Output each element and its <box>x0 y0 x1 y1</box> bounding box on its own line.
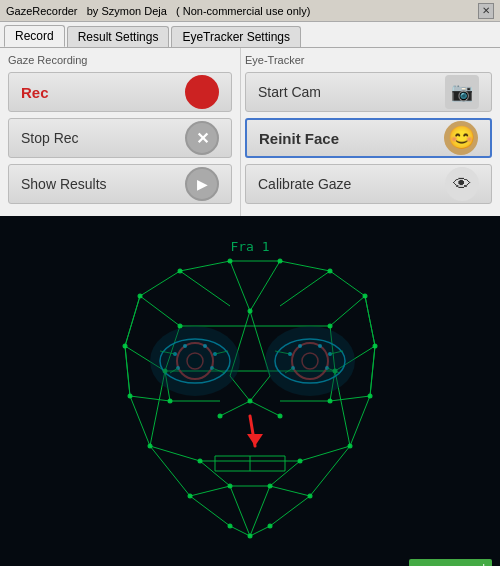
svg-point-85 <box>308 494 313 499</box>
svg-point-105 <box>218 414 223 419</box>
svg-point-78 <box>228 259 233 264</box>
svg-point-76 <box>138 294 143 299</box>
app-author: by Szymon Deja <box>87 5 167 17</box>
svg-point-104 <box>328 324 333 329</box>
camera-feed: Fra 1 <box>0 216 500 566</box>
svg-text:Fra 1: Fra 1 <box>230 239 269 254</box>
svg-point-80 <box>328 269 333 274</box>
svg-point-98 <box>248 399 253 404</box>
calibrate-gaze-label: Calibrate Gaze <box>258 176 351 192</box>
gaze-recording-section: Gaze Recording Rec Stop Rec ✕ Show Resul… <box>0 48 240 216</box>
calibrate-gaze-button[interactable]: Calibrate Gaze 👁 <box>245 164 492 204</box>
svg-point-93 <box>248 309 253 314</box>
eye-icon: 👁 <box>445 167 479 201</box>
svg-point-91 <box>128 394 133 399</box>
svg-point-82 <box>373 344 378 349</box>
svg-point-102 <box>268 484 273 489</box>
rec-label: Rec <box>21 84 49 101</box>
rec-icon <box>185 75 219 109</box>
tab-result-settings[interactable]: Result Settings <box>67 26 170 47</box>
svg-point-99 <box>198 459 203 464</box>
tab-eyetracker-settings[interactable]: EyeTracker Settings <box>171 26 301 47</box>
rec-row: Rec <box>8 72 232 112</box>
rec-button[interactable]: Rec <box>8 72 232 112</box>
svg-point-81 <box>363 294 368 299</box>
reinit-face-label: Reinit Face <box>259 130 339 147</box>
svg-point-84 <box>348 444 353 449</box>
svg-point-87 <box>248 534 253 539</box>
svg-point-83 <box>368 394 373 399</box>
start-cam-row: Start Cam 📷 <box>245 72 492 112</box>
app-license: ( Non-commercial use only) <box>176 5 310 17</box>
svg-point-89 <box>188 494 193 499</box>
watermark: programosy.pl <box>409 559 492 566</box>
show-results-label: Show Results <box>21 176 107 192</box>
title-bar-text: GazeRecorder by Szymon Deja ( Non-commer… <box>6 5 310 17</box>
tab-record[interactable]: Record <box>4 25 65 47</box>
face-icon: 😊 <box>444 121 478 155</box>
start-cam-button[interactable]: Start Cam 📷 <box>245 72 492 112</box>
svg-point-86 <box>268 524 273 529</box>
svg-point-100 <box>298 459 303 464</box>
calibrate-gaze-row: Calibrate Gaze 👁 <box>245 164 492 204</box>
eye-tracker-section: Eye-Tracker Start Cam 📷 Reinit Face 😊 Ca… <box>240 48 500 216</box>
svg-point-90 <box>148 444 153 449</box>
reinit-face-row: Reinit Face 😊 <box>245 118 492 158</box>
svg-point-96 <box>168 399 173 404</box>
svg-point-92 <box>123 344 128 349</box>
svg-point-108 <box>265 326 355 396</box>
svg-point-106 <box>278 414 283 419</box>
svg-point-97 <box>328 399 333 404</box>
eye-tracker-title: Eye-Tracker <box>245 54 492 66</box>
svg-rect-0 <box>0 216 500 566</box>
title-bar: GazeRecorder by Szymon Deja ( Non-commer… <box>0 0 500 22</box>
svg-point-77 <box>178 269 183 274</box>
cam-icon: 📷 <box>445 75 479 109</box>
app-name: GazeRecorder <box>6 5 78 17</box>
controls-area: Gaze Recording Rec Stop Rec ✕ Show Resul… <box>0 48 500 216</box>
stop-rec-icon: ✕ <box>185 121 219 155</box>
stop-rec-label: Stop Rec <box>21 130 79 146</box>
svg-point-79 <box>278 259 283 264</box>
svg-point-107 <box>150 326 240 396</box>
start-cam-label: Start Cam <box>258 84 321 100</box>
show-results-button[interactable]: Show Results ▶ <box>8 164 232 204</box>
face-visualization: Fra 1 <box>0 216 500 566</box>
reinit-face-button[interactable]: Reinit Face 😊 <box>245 118 492 158</box>
show-results-row: Show Results ▶ <box>8 164 232 204</box>
gaze-recording-title: Gaze Recording <box>8 54 232 66</box>
stop-rec-row: Stop Rec ✕ <box>8 118 232 158</box>
svg-point-101 <box>228 484 233 489</box>
svg-point-88 <box>228 524 233 529</box>
close-button[interactable]: ✕ <box>478 3 494 19</box>
show-results-icon: ▶ <box>185 167 219 201</box>
tab-bar: Record Result Settings EyeTracker Settin… <box>0 22 500 48</box>
stop-rec-button[interactable]: Stop Rec ✕ <box>8 118 232 158</box>
